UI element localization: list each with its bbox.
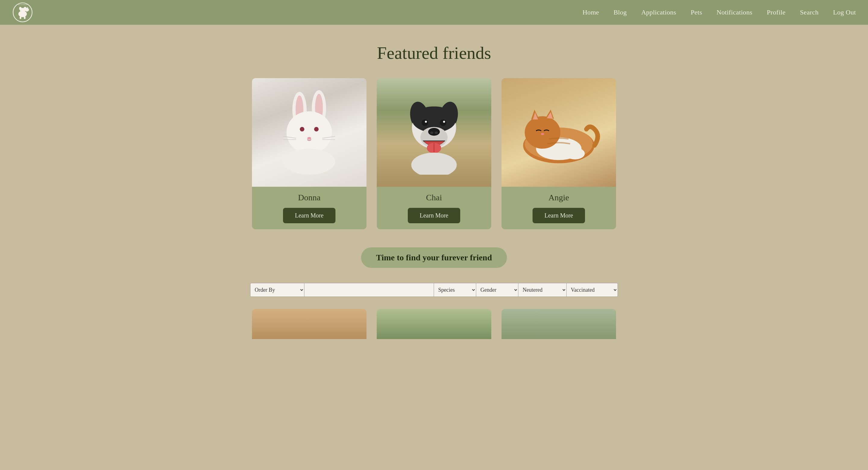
svg-point-36 [425,121,427,122]
pet-image-donna [252,78,367,187]
nav-links: Home Blog Applications Pets Notification… [583,8,856,16]
nav-logout[interactable]: Log Out [833,8,856,16]
svg-point-19 [283,149,335,175]
filter-bar: Order By Name Age Date Added Species Dog… [244,283,624,297]
order-by-select[interactable]: Order By Name Age Date Added [250,283,304,297]
svg-point-37 [443,121,445,122]
neutered-select[interactable]: Neutered Yes No [518,283,567,297]
svg-point-18 [307,137,311,140]
navbar: FUREVER FRIENDS Home Blog Applications P… [0,0,868,25]
bottom-card-1 [252,309,367,339]
svg-point-16 [300,127,304,131]
pet-card-angie: Angie Learn More [501,78,616,229]
pet-name-donna: Donna [258,193,361,202]
svg-point-38 [411,153,457,175]
nav-blog[interactable]: Blog [614,8,627,16]
pet-image-chai [377,78,491,187]
svg-point-51 [577,152,583,157]
svg-point-34 [422,119,428,126]
pet-card-body-angie: Angie Learn More [501,187,616,229]
nav-profile[interactable]: Profile [767,8,785,16]
pet-name-angie: Angie [507,193,610,202]
svg-point-47 [541,133,544,136]
species-select[interactable]: Species Dog Cat Rabbit Bird Other [434,283,476,297]
svg-point-42 [525,116,560,149]
pet-card-body-donna: Donna Learn More [252,187,367,229]
featured-cards: Donna Learn More [244,78,624,229]
svg-point-17 [314,127,318,131]
svg-point-35 [440,119,446,126]
bottom-card-2 [377,309,491,339]
learn-more-angie[interactable]: Learn More [532,208,585,223]
tagline-container: Time to find your furever friend [244,247,624,268]
bottom-cards-preview [244,309,624,339]
tagline-badge: Time to find your furever friend [361,247,507,268]
pet-image-angie [501,78,616,187]
svg-marker-9 [27,7,28,8]
nav-notifications[interactable]: Notifications [717,8,752,16]
logo[interactable]: FUREVER FRIENDS [12,2,33,23]
pet-name-chai: Chai [383,193,485,202]
bottom-card-3 [501,309,616,339]
svg-point-30 [430,131,433,134]
vaccinated-select[interactable]: Vaccinated Yes No [567,283,618,297]
svg-text:FUREVER FRIENDS: FUREVER FRIENDS [17,4,29,5]
svg-point-15 [287,111,332,153]
featured-title: Featured friends [244,43,624,63]
learn-more-donna[interactable]: Learn More [283,208,336,223]
svg-rect-5 [20,16,21,19]
nav-pets[interactable]: Pets [691,8,702,16]
pet-card-chai: Chai Learn More [377,78,491,229]
nav-applications[interactable]: Applications [641,8,676,16]
svg-point-29 [428,128,440,136]
main-content: Featured friends [238,25,630,351]
nav-home[interactable]: Home [583,8,599,16]
pet-card-donna: Donna Learn More [252,78,367,229]
svg-rect-6 [24,16,25,19]
svg-point-31 [435,131,438,134]
nav-search[interactable]: Search [800,8,818,16]
search-input[interactable] [304,283,434,297]
pet-card-body-chai: Chai Learn More [377,187,491,229]
gender-select[interactable]: Gender Male Female [476,283,518,297]
svg-point-7 [25,8,29,11]
learn-more-chai[interactable]: Learn More [408,208,461,223]
